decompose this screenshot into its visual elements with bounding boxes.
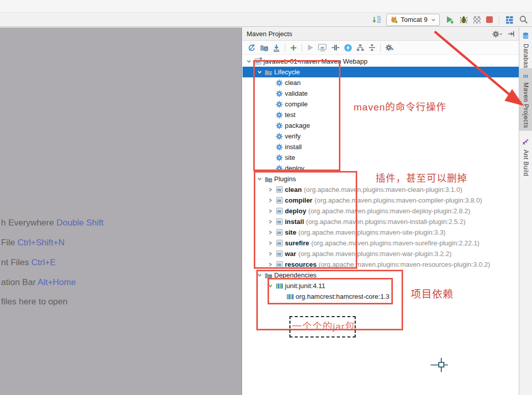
chevron-right-icon[interactable] [266, 187, 275, 192]
toolbar-separator [285, 44, 285, 52]
download-sources-button[interactable] [273, 44, 280, 52]
shortcut-text: files here to open [1, 297, 67, 306]
tree-row[interactable]: mdeploy(org.apache.maven.plugins:maven-d… [243, 206, 519, 216]
tree-row[interactable]: junit:junit:4.11 [243, 280, 519, 291]
arrow-down-digits-icon[interactable]: 011001 [372, 16, 381, 23]
tree-row[interactable]: msite(org.apache.maven.plugins:maven-sit… [243, 227, 519, 238]
tree-item-label: compiler [285, 196, 312, 204]
maven-settings-button[interactable] [385, 44, 394, 51]
layout-grid-button[interactable] [506, 16, 514, 24]
tree-item-detail: (org.apache.maven.plugins:maven-deploy-p… [308, 207, 470, 215]
offline-mode-toggle[interactable] [344, 44, 352, 52]
tree-row[interactable]: Dependencies [243, 270, 519, 280]
tree-item-detail: (org.apache.maven.plugins:maven-surefire… [311, 239, 480, 247]
tree-item-label: clean [285, 79, 301, 87]
tree-row[interactable]: mcompiler(org.apache.maven.plugins:maven… [243, 195, 519, 206]
search-everywhere-button[interactable] [519, 15, 528, 24]
database-icon [522, 32, 529, 41]
shortcut-text: ation Bar [1, 277, 38, 287]
tree-item-label: test [285, 111, 296, 119]
tree-row[interactable]: clean [243, 77, 519, 88]
folder-lib-icon [264, 272, 273, 279]
shortcut-hint: nt Files Ctrl+E [1, 258, 56, 268]
maven-plugin-icon: m [275, 197, 284, 204]
chevron-right-icon[interactable] [266, 241, 275, 245]
main-toolbar: 011001 Tomcat 9 [0, 13, 532, 27]
tree-row[interactable]: mclean(org.apache.maven.plugins:maven-cl… [243, 184, 519, 195]
coverage-button[interactable] [473, 16, 481, 23]
ant-icon [522, 138, 529, 147]
maven-plugin-icon: m [275, 208, 284, 214]
panel-header: Maven Projects [243, 27, 519, 41]
tree-row[interactable]: mresources(org.apache.maven.plugins:mave… [243, 259, 519, 270]
tree-row[interactable]: test [243, 109, 519, 120]
tree-item-label: org.hamcrest:hamcrest-core:1.3 [296, 293, 389, 300]
tree-item-detail: (org.apache.maven.plugins:maven-site-plu… [298, 229, 445, 236]
tree-item-detail: (org.apache.maven.plugins:maven-war-plug… [298, 250, 451, 258]
show-dependencies-button[interactable] [356, 44, 364, 51]
reimport-button[interactable] [248, 44, 256, 52]
sidebar-tab-maven[interactable]: mMaven Projects [519, 68, 532, 131]
generate-sources-button[interactable] [260, 44, 269, 51]
chevron-right-icon[interactable] [266, 262, 275, 267]
maven-project-icon: m [253, 58, 262, 65]
debug-button[interactable] [460, 16, 468, 24]
tree-row[interactable]: org.hamcrest:hamcrest-core:1.3 [243, 291, 519, 302]
chevron-right-icon[interactable] [266, 251, 275, 256]
run-button[interactable] [445, 15, 454, 24]
tree-item-label: install [285, 218, 304, 225]
chevron-right-icon[interactable] [266, 209, 275, 213]
execute-goal-button[interactable]: m [318, 44, 327, 51]
shortcut-key: Double Shift [57, 218, 104, 228]
chevron-down-icon[interactable] [255, 70, 264, 74]
tree-row[interactable]: package [243, 120, 519, 131]
shortcut-key: Ctrl+E [32, 258, 56, 267]
chevron-right-icon[interactable] [266, 198, 275, 203]
chevron-down-icon[interactable] [255, 273, 264, 277]
stop-button[interactable] [486, 16, 493, 23]
tree-item-label: deploy [285, 207, 306, 215]
run-goal-button[interactable] [307, 44, 314, 51]
tree-item-label: resources [285, 261, 316, 268]
tree-row[interactable]: Plugins [243, 174, 519, 184]
database-icon [522, 32, 529, 39]
maven-plugin-icon: m [275, 240, 284, 246]
shortcut-key: Alt+Home [38, 277, 76, 287]
tree-row[interactable]: msurefire(org.apache.maven.plugins:maven… [243, 238, 519, 248]
hide-panel-button[interactable] [508, 31, 515, 37]
tree-row[interactable]: install [243, 142, 519, 152]
panel-settings-button[interactable] [492, 31, 502, 38]
add-maven-project-button[interactable] [290, 44, 297, 51]
tree-row[interactable]: validate [243, 88, 519, 99]
collapse-all-button[interactable] [368, 44, 376, 51]
run-configuration-select[interactable]: Tomcat 9 [386, 14, 440, 26]
gear-icon [275, 133, 284, 140]
tree-item-label: package [285, 122, 310, 129]
panel-title: Maven Projects [247, 30, 292, 38]
tree-item-label: surefire [285, 239, 309, 247]
title-bar [0, 0, 532, 13]
sidebar-tab-ant[interactable]: Ant Build [519, 135, 532, 179]
chevron-down-icon[interactable] [245, 59, 253, 64]
tree-row[interactable]: Lifecycle [243, 67, 519, 77]
chevron-right-icon[interactable] [266, 230, 275, 235]
chevron-right-icon[interactable] [266, 219, 275, 224]
chevron-down-icon[interactable] [255, 177, 264, 181]
tree-row[interactable]: verify [243, 131, 519, 142]
chevron-down-icon[interactable] [266, 284, 275, 288]
tree-item-detail: (org.apache.maven.plugins:maven-install-… [306, 218, 466, 225]
shortcut-hint: files here to open [1, 297, 67, 307]
tree-row[interactable]: deploy [243, 163, 519, 174]
tree-row[interactable]: site [243, 152, 519, 163]
tree-row[interactable]: compile [243, 99, 519, 109]
maven-project-tree: mjavaweb-01-maven Maven WebappLifecyclec… [243, 55, 519, 302]
tree-item-label: compile [285, 100, 308, 108]
tree-row[interactable]: mwar(org.apache.maven.plugins:maven-war-… [243, 248, 519, 259]
svg-text:m: m [321, 45, 324, 50]
sidebar-tab-label: Ant Build [522, 150, 529, 177]
gear-icon [275, 79, 284, 87]
tree-row[interactable]: minstall(org.apache.maven.plugins:maven-… [243, 216, 519, 227]
skip-tests-toggle[interactable] [331, 44, 340, 51]
shortcut-hint: File Ctrl+Shift+N [1, 238, 65, 248]
tree-row[interactable]: mjavaweb-01-maven Maven Webapp [243, 56, 519, 67]
